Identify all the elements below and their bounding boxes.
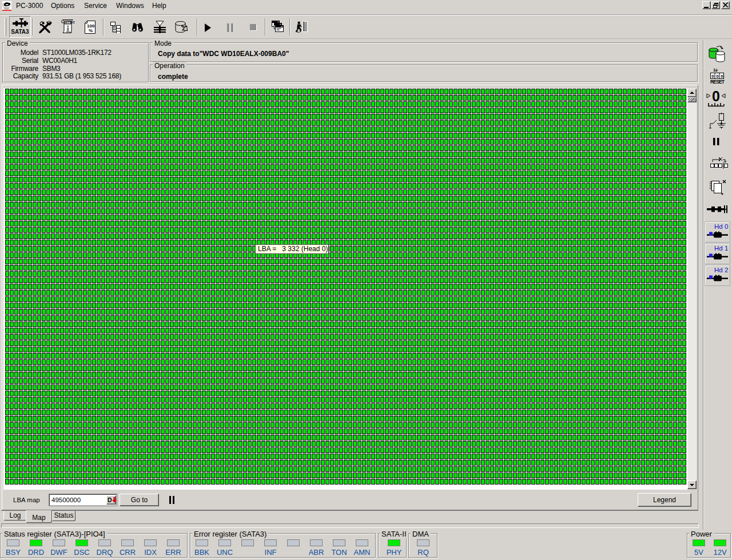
svg-text:0: 0 — [711, 74, 714, 79]
svg-text:%: % — [89, 28, 93, 33]
svg-text:0II0I: 0II0I — [65, 21, 75, 25]
svg-text:RESET: RESET — [710, 79, 725, 84]
svg-text:0: 0 — [721, 74, 723, 79]
svg-text:0: 0 — [712, 89, 720, 104]
svg-text:0: 0 — [716, 74, 719, 79]
